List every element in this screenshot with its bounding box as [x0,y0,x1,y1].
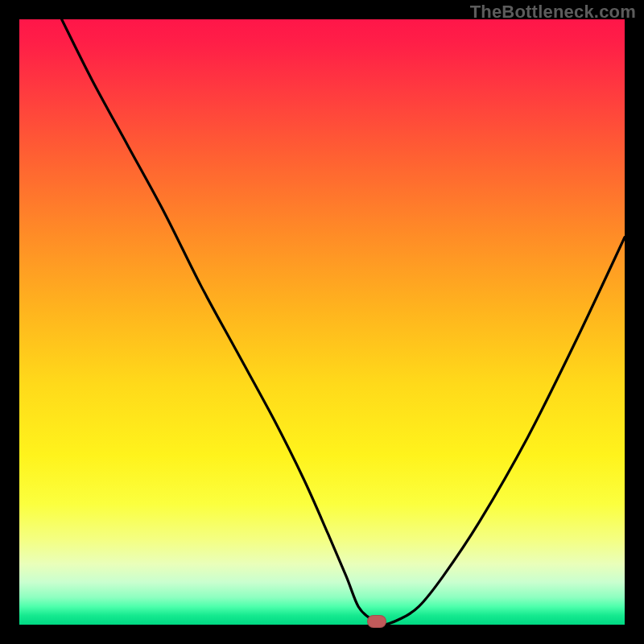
bottleneck-curve [19,19,625,625]
chart-frame: TheBottleneck.com [0,0,644,644]
watermark-text: TheBottleneck.com [470,2,636,23]
optimal-marker-icon [367,615,386,628]
plot-area [19,19,625,625]
